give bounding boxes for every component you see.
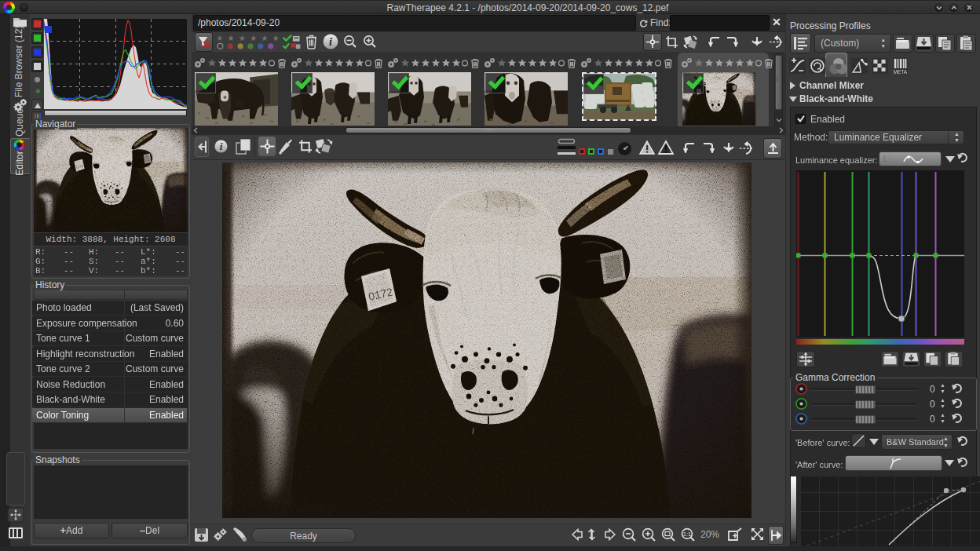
svg-text:i: i	[220, 140, 223, 152]
svg-text:META: META	[893, 69, 907, 75]
svg-text:1:1: 1:1	[683, 531, 691, 538]
svg-text:i: i	[329, 36, 332, 48]
